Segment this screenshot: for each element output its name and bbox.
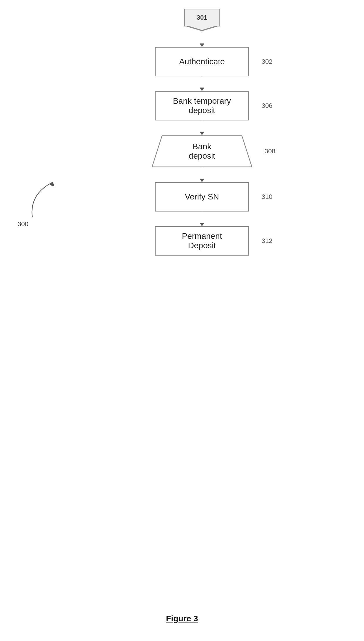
verify-sn-wrapper: Verify SN 310 xyxy=(155,182,249,212)
authenticate-wrapper: Authenticate 302 xyxy=(155,47,249,76)
verify-sn-label: Verify SN xyxy=(185,192,219,202)
arrow-line-5 xyxy=(202,212,202,223)
bank-temp-deposit-wrapper: Bank temporarydeposit 306 xyxy=(155,91,249,120)
figure-caption: Figure 3 xyxy=(166,614,198,623)
authenticate-box: Authenticate xyxy=(155,47,249,76)
bank-temp-deposit-box: Bank temporarydeposit xyxy=(155,91,249,120)
start-node-label: 301 xyxy=(197,14,208,21)
arrow-1 xyxy=(200,32,204,47)
arrow-head-3 xyxy=(200,132,204,135)
arrow-line-3 xyxy=(202,120,202,132)
arrow-head-2 xyxy=(200,88,204,91)
bank-deposit-label: Bankdeposit xyxy=(152,135,252,167)
arrow-head-5 xyxy=(200,223,204,226)
curved-arrow-decoration xyxy=(26,176,62,224)
permanent-deposit-box: PermanentDeposit xyxy=(155,226,249,256)
arrow-3 xyxy=(200,120,204,135)
start-node-box: 301 xyxy=(184,9,220,26)
arrow-head-1 xyxy=(200,43,204,47)
permanent-deposit-ref: 312 xyxy=(262,237,272,245)
arrow-5 xyxy=(200,212,204,226)
bank-deposit-ref: 308 xyxy=(264,147,275,155)
authenticate-ref: 302 xyxy=(262,58,272,66)
flowchart-diagram: 301 Authenticate 302 Bank temporarydepos… xyxy=(152,9,252,256)
start-node: 301 xyxy=(184,9,220,32)
permanent-deposit-wrapper: PermanentDeposit 312 xyxy=(155,226,249,256)
verify-sn-box: Verify SN xyxy=(155,182,249,212)
arrow-2 xyxy=(200,76,204,91)
bank-temp-deposit-ref: 306 xyxy=(262,102,272,110)
bank-deposit-wrapper: Bankdeposit 308 xyxy=(152,135,252,167)
verify-sn-ref: 310 xyxy=(262,193,272,201)
bank-temp-deposit-label: Bank temporarydeposit xyxy=(173,96,231,115)
arrow-4 xyxy=(200,167,204,182)
permanent-deposit-label: PermanentDeposit xyxy=(182,231,222,250)
authenticate-label: Authenticate xyxy=(179,57,225,66)
arrow-line-2 xyxy=(202,76,202,88)
arrow-line-4 xyxy=(202,167,202,179)
arrow-head-4 xyxy=(200,179,204,182)
ref-300-label: 300 xyxy=(18,220,28,228)
start-node-wrapper: 301 xyxy=(184,9,220,32)
bank-deposit-trapezoid: Bankdeposit xyxy=(152,135,252,167)
arrow-line-1 xyxy=(202,32,202,43)
